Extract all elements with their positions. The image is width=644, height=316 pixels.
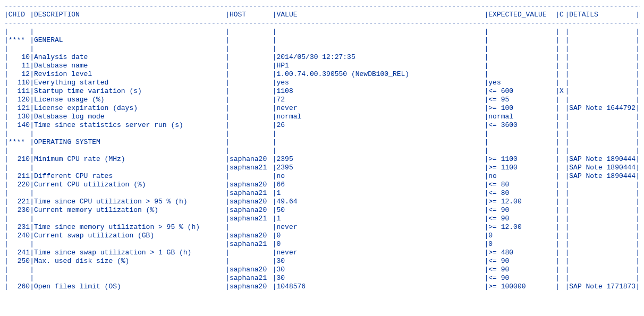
cell-chid	[9, 266, 30, 274]
cell-expected: yes	[488, 79, 555, 87]
column-separator	[635, 206, 640, 215]
column-separator	[273, 96, 277, 104]
column-separator	[555, 155, 560, 164]
column-separator	[565, 121, 570, 130]
cell-c	[560, 198, 565, 206]
column-separator	[635, 11, 640, 19]
column-separator	[565, 130, 570, 138]
cell-value: 66	[277, 181, 485, 189]
cell-host	[230, 130, 273, 138]
column-separator	[484, 104, 488, 113]
column-separator	[555, 62, 560, 70]
column-separator	[484, 36, 488, 45]
column-separator	[565, 240, 570, 249]
column-separator	[635, 283, 640, 291]
cell-desc	[34, 266, 225, 274]
column-separator	[4, 45, 9, 53]
column-separator	[555, 113, 560, 121]
column-separator	[4, 53, 9, 62]
cell-host	[230, 62, 273, 70]
table-row: saphana2100	[4, 240, 640, 249]
column-separator	[565, 198, 570, 206]
column-separator	[555, 215, 560, 223]
table-row: 121License expiration (days)never>= 100S…	[4, 104, 640, 113]
column-separator	[4, 274, 9, 283]
column-separator	[273, 147, 277, 155]
column-separator	[565, 36, 570, 45]
cell-c	[560, 232, 565, 240]
cell-expected	[488, 53, 555, 62]
column-separator	[555, 104, 560, 113]
column-separator	[225, 266, 230, 274]
column-separator	[4, 198, 9, 206]
column-separator	[225, 274, 230, 283]
cell-host	[230, 36, 273, 45]
table-row: 220Current CPU utilization (%)saphana206…	[4, 181, 640, 189]
cell-value: 1	[277, 215, 485, 223]
table-row	[4, 45, 640, 53]
column-separator	[273, 232, 277, 240]
column-separator	[4, 11, 9, 19]
column-separator	[484, 53, 488, 62]
table-row: 241Time since swap utilization > 1 GB (h…	[4, 249, 640, 257]
column-separator	[565, 79, 570, 87]
table-row	[4, 130, 640, 138]
cell-expected: >= 12.00	[488, 198, 555, 206]
table-row	[4, 147, 640, 155]
cell-value: 0	[277, 240, 485, 249]
column-separator	[4, 257, 9, 266]
column-separator	[565, 283, 570, 291]
column-separator	[555, 189, 560, 198]
column-separator	[635, 138, 640, 147]
column-separator	[555, 249, 560, 257]
column-separator	[555, 45, 560, 53]
cell-expected: <= 600	[488, 87, 555, 96]
column-separator	[484, 283, 488, 291]
cell-details: SAP Note 1890444	[569, 155, 635, 164]
column-separator	[484, 223, 488, 232]
column-separator	[555, 79, 560, 87]
table-row: saphana2030<= 90	[4, 266, 640, 274]
column-separator	[635, 147, 640, 155]
column-separator	[565, 249, 570, 257]
table-row: 240Current swap utilization (GB)saphana2…	[4, 232, 640, 240]
cell-details	[569, 198, 635, 206]
cell-chid	[9, 28, 30, 36]
column-separator	[30, 240, 34, 249]
cell-details: SAP Note 1890444	[569, 164, 635, 172]
column-separator	[225, 28, 230, 36]
column-separator	[565, 45, 570, 53]
column-separator	[484, 274, 488, 283]
column-separator	[555, 11, 560, 19]
cell-details	[569, 36, 635, 45]
cell-chid	[9, 240, 30, 249]
column-separator	[4, 206, 9, 215]
cell-expected: >= 1100	[488, 164, 555, 172]
cell-c	[560, 121, 565, 130]
column-separator	[273, 45, 277, 53]
column-separator	[4, 189, 9, 198]
column-separator	[555, 223, 560, 232]
column-separator	[635, 155, 640, 164]
cell-expected: <= 95	[488, 96, 555, 104]
cell-value: 50	[277, 206, 485, 215]
cell-host: saphana21	[230, 189, 273, 198]
cell-chid: 260	[9, 283, 30, 291]
col-header-description: DESCRIPTION	[34, 11, 225, 19]
cell-desc	[34, 164, 225, 172]
cell-details: SAP Note 1771873	[569, 283, 635, 291]
column-separator	[555, 164, 560, 172]
cell-desc: Max. used disk size (%)	[34, 257, 225, 266]
cell-desc: Time since swap utilization > 1 GB (h)	[34, 249, 225, 257]
column-separator	[4, 283, 9, 291]
column-separator	[555, 130, 560, 138]
cell-expected: <= 90	[488, 215, 555, 223]
column-separator	[225, 62, 230, 70]
cell-value: 30	[277, 274, 485, 283]
cell-c	[560, 206, 565, 215]
column-separator	[4, 266, 9, 274]
column-separator	[555, 28, 560, 36]
column-separator	[484, 113, 488, 121]
cell-details	[569, 215, 635, 223]
column-separator	[225, 79, 230, 87]
